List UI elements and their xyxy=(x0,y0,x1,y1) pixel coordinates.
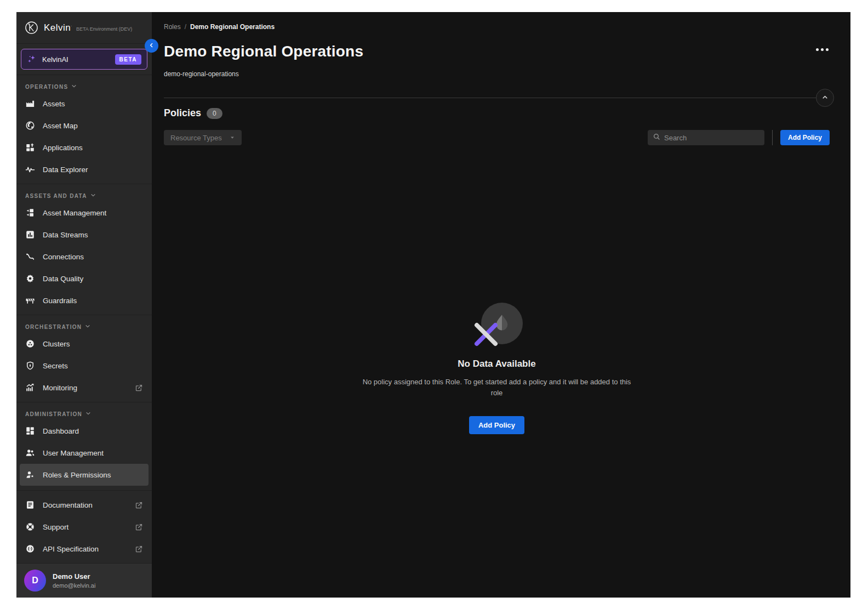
sidebar-item-api-specification[interactable]: API Specification xyxy=(16,538,152,560)
nav-item-label: Secrets xyxy=(43,362,68,370)
nav-item-label: Dashboard xyxy=(43,427,79,435)
external-link-icon xyxy=(135,523,143,531)
sidebar-item-monitoring[interactable]: Monitoring xyxy=(16,377,152,399)
policies-count-badge: 0 xyxy=(207,108,222,119)
policies-header: Policies 0 xyxy=(164,107,830,119)
sparkles-icon xyxy=(27,54,37,64)
breadcrumb-roles-link[interactable]: Roles xyxy=(164,23,181,31)
user-name: Demo User xyxy=(53,572,95,581)
nav-item-label: Connections xyxy=(43,253,84,261)
cluster-icon xyxy=(25,339,35,349)
page-title: Demo Regional Operations xyxy=(164,43,363,60)
ellipsis-dot xyxy=(821,48,824,51)
chevron-down-icon xyxy=(90,192,96,199)
kelvinai-label: KelvinAI xyxy=(42,55,68,64)
section-header-administration[interactable]: ADMINISTRATION xyxy=(16,405,152,420)
main-content: Roles / Demo Regional Operations Demo Re… xyxy=(152,12,850,598)
nav-item-label: Asset Map xyxy=(43,122,78,130)
barrier-icon xyxy=(25,295,35,305)
section-header-label: OPERATIONS xyxy=(25,84,68,90)
gear-flower-icon xyxy=(25,274,35,283)
chevron-down-icon xyxy=(85,323,90,330)
nav-item-label: Data Streams xyxy=(43,231,88,239)
asset-management-icon xyxy=(25,208,35,218)
empty-state-add-policy-button[interactable]: Add Policy xyxy=(469,416,524,434)
bar-chart-icon xyxy=(25,230,35,240)
policies-toolbar: Resource Types Add Policy xyxy=(164,130,830,145)
chevron-down-icon xyxy=(85,411,91,417)
search-input[interactable] xyxy=(664,134,760,142)
empty-state-title: No Data Available xyxy=(458,359,535,369)
empty-state-description: No policy assigned to this Role. To get … xyxy=(360,377,634,398)
section-divider xyxy=(164,98,830,98)
sidebar-item-dashboard[interactable]: Dashboard xyxy=(16,420,152,442)
add-policy-button[interactable]: Add Policy xyxy=(780,130,830,145)
avatar: D xyxy=(24,570,46,592)
dashboard-icon xyxy=(25,426,35,436)
chevron-left-icon xyxy=(149,42,155,50)
sidebar-item-assets[interactable]: Assets xyxy=(16,93,152,115)
sidebar-item-applications[interactable]: Applications xyxy=(16,137,152,158)
kelvin-logo-icon xyxy=(24,20,39,35)
sidebar: Kelvin˙ BETA Environment (DEV) KelvinAI … xyxy=(16,12,152,598)
brand-trademark: ˙ xyxy=(71,25,72,30)
brand-name: Kelvin xyxy=(44,22,71,33)
sidebar-collapse-button[interactable] xyxy=(145,39,158,53)
caret-down-icon xyxy=(230,134,235,142)
globe-icon xyxy=(25,121,35,130)
section-header-operations[interactable]: OPERATIONS xyxy=(16,77,152,93)
brand-header: Kelvin˙ BETA Environment (DEV) xyxy=(16,12,152,44)
section-header-label: ASSETS AND DATA xyxy=(25,193,87,199)
sidebar-item-guardrails[interactable]: Guardrails xyxy=(16,289,152,311)
section-header-label: ADMINISTRATION xyxy=(25,411,82,417)
sidebar-item-roles-permissions[interactable]: Roles & Permissions xyxy=(20,464,149,486)
breadcrumb-current: Demo Regional Operations xyxy=(190,23,275,31)
nav-item-label: Data Explorer xyxy=(43,166,88,174)
life-ring-icon xyxy=(25,522,35,532)
search-icon xyxy=(653,133,660,143)
sidebar-item-data-quality[interactable]: Data Quality xyxy=(16,268,152,289)
section-header-assets-and-data[interactable]: ASSETS AND DATA xyxy=(16,186,152,202)
ellipsis-dot xyxy=(826,48,829,51)
waveform-icon xyxy=(25,164,35,174)
sidebar-item-data-streams[interactable]: Data Streams xyxy=(16,224,152,246)
external-link-icon xyxy=(135,501,143,509)
nav-item-label: Guardrails xyxy=(43,297,77,305)
nav-item-label: Roles & Permissions xyxy=(43,471,111,479)
apps-grid-icon xyxy=(25,143,35,152)
sidebar-section-assets-and-data: ASSETS AND DATA Asset Management Data St… xyxy=(16,184,152,315)
search-box[interactable] xyxy=(648,130,764,145)
sidebar-item-support[interactable]: Support xyxy=(16,516,152,538)
nav-item-label: API Specification xyxy=(43,545,99,553)
policies-heading: Policies xyxy=(164,107,201,119)
sidebar-item-asset-management[interactable]: Asset Management xyxy=(16,202,152,224)
breadcrumb-separator: / xyxy=(185,23,186,31)
sidebar-item-secrets[interactable]: Secrets xyxy=(16,355,152,377)
monitoring-icon xyxy=(25,383,35,393)
factory-icon xyxy=(25,99,35,109)
sidebar-item-user-management[interactable]: User Management xyxy=(16,442,152,464)
nav-item-label: User Management xyxy=(43,449,104,457)
sidebar-item-kelvinai[interactable]: KelvinAI BETA xyxy=(21,49,147,70)
empty-state: No Data Available No policy assigned to … xyxy=(164,303,830,434)
collapse-section-button[interactable] xyxy=(816,89,834,107)
document-icon xyxy=(25,500,35,510)
nav-item-label: Data Quality xyxy=(43,275,83,283)
resource-types-label: Resource Types xyxy=(170,134,222,142)
user-menu[interactable]: D Demo User demo@kelvin.ai xyxy=(16,563,152,598)
nav-item-label: Applications xyxy=(43,144,83,152)
sidebar-item-documentation[interactable]: Documentation xyxy=(16,494,152,516)
sidebar-item-clusters[interactable]: Clusters xyxy=(16,333,152,355)
nav-item-label: Monitoring xyxy=(43,384,77,392)
api-icon xyxy=(25,544,35,554)
sidebar-item-data-explorer[interactable]: Data Explorer xyxy=(16,158,152,180)
sidebar-item-connections[interactable]: Connections xyxy=(16,246,152,268)
breadcrumb: Roles / Demo Regional Operations xyxy=(164,23,830,31)
sidebar-item-asset-map[interactable]: Asset Map xyxy=(16,115,152,137)
resource-types-dropdown[interactable]: Resource Types xyxy=(164,130,242,145)
sidebar-section-administration: ADMINISTRATION Dashboard User Management… xyxy=(16,402,152,489)
no-data-icon xyxy=(471,303,523,346)
more-options-button[interactable] xyxy=(815,43,830,56)
section-header-orchestration[interactable]: ORCHESTRATION xyxy=(16,317,152,333)
nav-item-label: Clusters xyxy=(43,340,70,348)
